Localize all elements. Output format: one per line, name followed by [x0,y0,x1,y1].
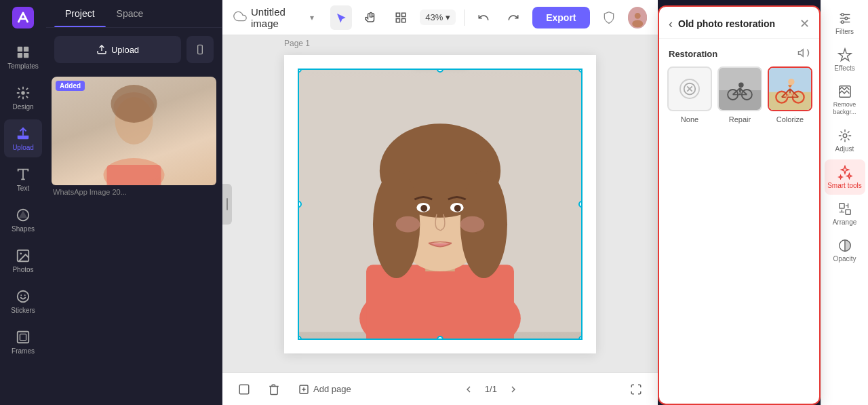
media-item[interactable]: Added WhatsApp Image 20... [52,77,216,199]
popup-close-button[interactable]: ✕ [800,16,810,31]
prev-page-button[interactable] [458,379,479,400]
tab-space[interactable]: Space [106,0,155,27]
sidebar-item-frames[interactable]: Frames [4,323,42,361]
option-repair-label: Repair [729,115,751,123]
sidebar-item-upload[interactable]: Upload [4,119,42,157]
grid-tool-button[interactable] [390,5,412,30]
redo-button[interactable] [502,5,524,30]
svg-point-6 [21,91,25,95]
user-avatar[interactable] [628,7,647,28]
cloud-icon [233,9,247,26]
svg-rect-3 [24,46,28,51]
rt-filters[interactable]: Filters [825,5,865,41]
sound-icon[interactable] [797,47,810,61]
svg-rect-70 [769,92,811,110]
rt-remove-bg-label: Remove backgr... [827,101,863,116]
svg-rect-2 [18,46,22,51]
option-repair[interactable]: Repair [717,66,762,123]
shield-button[interactable] [598,5,620,30]
select-tool-button[interactable] [330,5,352,30]
svg-point-30 [634,12,640,18]
sidebar-item-text[interactable]: Text [4,160,42,198]
rt-opacity[interactable]: Opacity [825,233,865,268]
fullscreen-button[interactable] [625,379,647,400]
bb-left-actions: Add page [233,379,357,400]
app-logo[interactable] [11,5,35,30]
next-page-button[interactable] [502,379,524,400]
option-colorize[interactable]: Colorize [768,66,812,123]
svg-point-80 [841,14,844,16]
rt-adjust[interactable]: Adjust [825,123,865,158]
handle-bottom-right[interactable] [578,336,583,340]
sidebar-item-shapes[interactable]: Shapes [4,201,42,239]
undo-button[interactable] [473,5,494,30]
svg-point-86 [841,21,844,24]
svg-rect-0 [12,7,34,28]
canvas-settings-button[interactable] [233,379,255,400]
rt-smart-tools[interactable]: Smart tools [825,159,865,195]
rt-remove-bg[interactable]: Remove backgr... [825,79,865,121]
rt-arrange[interactable]: Arrange [825,196,865,231]
right-tools-panel: Filters Effects Remove backgr... Adjust … [821,0,868,405]
zoom-control[interactable]: 43% ▾ [420,9,456,25]
upload-button[interactable]: Upload [54,36,181,63]
sidebar-item-design[interactable]: Design [4,79,42,117]
left-sidebar: Templates Design Upload Text Shapes Phot… [0,0,46,405]
canvas-area[interactable]: Page 1 [222,35,658,372]
sidebar-item-stickers[interactable]: Stickers [4,282,42,320]
add-page-button[interactable]: Add page [293,381,357,398]
handle-bottom-center[interactable] [437,336,443,340]
pan-tool-button[interactable] [360,5,382,30]
svg-point-66 [738,83,744,88]
media-label: WhatsApp Image 20... [52,185,216,199]
zoom-chevron-icon: ▾ [446,12,450,22]
popup-title: Old photo restoration [678,18,794,29]
handle-middle-right[interactable] [578,201,583,208]
doc-title[interactable]: Untitled image [251,6,306,29]
selected-image[interactable] [298,69,583,340]
topbar: Untitled image ▾ 43% ▾ Export [222,0,658,35]
svg-rect-92 [845,210,850,214]
panel-tabs: Project Space [46,0,222,28]
sidebar-item-templates[interactable]: Templates [4,38,42,76]
option-none[interactable]: None [667,66,712,123]
chevron-down-icon[interactable]: ▾ [310,13,314,22]
none-x-icon [679,79,700,99]
popup-back-button[interactable]: ‹ [669,17,673,31]
mobile-button[interactable] [186,36,214,63]
svg-point-31 [632,20,643,27]
collapse-handle[interactable] [222,184,232,225]
svg-rect-25 [396,13,399,16]
svg-rect-24 [107,165,161,185]
svg-point-13 [20,294,22,296]
svg-point-14 [24,294,26,296]
rt-smart-tools-label: Smart tools [827,182,862,189]
svg-rect-27 [396,18,399,22]
panel-actions: Upload [46,28,222,71]
main-area: Untitled image ▾ 43% ▾ Export [222,0,658,405]
svg-point-90 [843,134,847,138]
svg-rect-91 [839,203,844,208]
page-label: Page 1 [284,39,310,48]
doc-title-area: Untitled image ▾ [233,6,314,29]
svg-rect-5 [24,52,28,57]
sidebar-item-photos[interactable]: Photos [4,242,42,279]
option-none-preview [667,66,712,111]
svg-rect-18 [198,45,203,54]
handle-top-right[interactable] [578,69,583,73]
rt-effects[interactable]: Effects [825,42,865,77]
svg-point-11 [20,252,22,254]
tab-project[interactable]: Project [54,0,106,27]
svg-point-71 [788,79,794,85]
delete-button[interactable] [263,379,285,400]
right-section: ‹ Old photo restoration ✕ Restoration No… [658,0,868,405]
topbar-divider [464,9,465,26]
popup-section-title: Restoration [659,39,819,66]
popup-options: None [659,66,819,133]
export-button[interactable]: Export [532,7,589,28]
bottom-bar: Add page 1/1 [222,372,658,405]
svg-rect-26 [402,13,406,16]
option-colorize-preview [768,66,812,111]
rt-adjust-label: Adjust [835,145,854,153]
rt-effects-label: Effects [834,64,854,72]
